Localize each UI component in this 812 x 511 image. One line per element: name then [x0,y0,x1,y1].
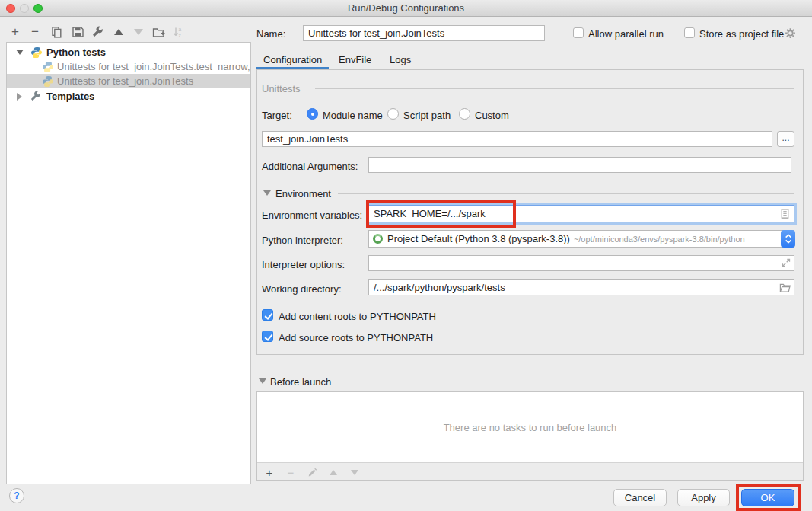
add-configuration-icon[interactable]: + [8,24,23,40]
python-test-icon [42,61,54,73]
copy-configuration-icon[interactable] [49,24,64,40]
tasks-empty-area: There are no tasks to run before launch [257,392,803,463]
tab-configuration[interactable]: Configuration [263,54,322,68]
additional-arguments-label: Additional Arguments: [262,161,358,172]
browse-target-button[interactable]: ... [777,131,794,147]
radio-module-name[interactable] [307,108,318,120]
environment-variables-input[interactable] [368,205,794,222]
add-content-roots-label: Add content roots to PYTHONPATH [279,311,436,322]
move-task-up-icon [327,466,339,478]
interpreter-dropdown-stepper[interactable] [781,230,795,248]
expand-arrow-icon[interactable] [16,50,24,55]
interpreter-options-input[interactable] [368,255,794,271]
store-as-project-file-checkbox[interactable] [684,27,695,38]
environment-variables-label: Environment variables: [262,209,362,221]
templates-wrench-icon [30,91,42,103]
tab-logs[interactable]: Logs [390,54,411,68]
before-launch-toolbar: + − [257,464,803,481]
tree-item-templates[interactable]: Templates [7,89,250,104]
allow-parallel-run-label: Allow parallel run [588,28,664,40]
no-tasks-message: There are no tasks to run before launch [444,422,617,433]
tree-item-label: Python tests [46,46,106,58]
unittests-group-label: Unittests [262,83,301,94]
configurations-tree: Python tests Unittests for test_join.Joi… [6,42,251,484]
python-interpreter-path: ~/opt/miniconda3/envs/pyspark-3.8/bin/py… [574,235,745,244]
tree-item-label: Templates [46,91,94,102]
store-as-project-file-label: Store as project file [699,28,784,40]
tree-item-unittest-narrow[interactable]: Unittests for test_join.JoinTests.test_n… [7,59,250,74]
help-button[interactable]: ? [9,488,24,503]
section-divider [336,382,804,382]
move-down-icon [131,24,146,40]
remove-configuration-icon[interactable]: − [27,24,43,40]
move-up-icon[interactable] [111,24,126,40]
python-interpreter-select[interactable]: Project Default (Python 3.8 (pyspark-3.8… [368,230,794,248]
radio-module-name-label[interactable]: Module name [323,110,383,121]
add-task-icon[interactable]: + [263,466,275,478]
before-launch-section-arrow-icon[interactable] [259,378,266,384]
save-configuration-icon[interactable] [70,24,85,40]
environment-section-arrow-icon[interactable] [263,190,271,196]
working-directory-input[interactable] [368,279,794,295]
remove-task-icon: − [285,466,297,478]
sort-alphabetically-icon: az [170,24,186,40]
name-label: Name: [256,28,285,40]
add-source-roots-checkbox[interactable] [262,331,273,342]
gear-icon[interactable] [784,27,797,40]
window-title: Run/Debug Configurations [0,0,812,16]
tree-item-python-tests[interactable]: Python tests [7,45,250,59]
group-divider [315,88,794,89]
tree-item-unittest-jointests[interactable]: Unittests for test_join.JoinTests [7,74,250,88]
environment-section-label: Environment [275,188,331,200]
python-interpreter-value: Project Default (Python 3.8 (pyspark-3.8… [387,233,570,244]
tab-envfile[interactable]: EnvFile [339,54,371,68]
apply-button[interactable]: Apply [677,489,730,506]
edit-task-icon [306,466,318,478]
radio-custom-label[interactable]: Custom [475,110,509,121]
interpreter-options-label: Interpreter options: [262,259,345,270]
title-bar: Run/Debug Configurations [0,0,812,17]
additional-arguments-input[interactable] [368,157,791,173]
tree-item-label: Unittests for test_join.JoinTests.test_n… [57,61,250,72]
collapse-arrow-icon[interactable] [17,93,22,101]
python-interpreter-label: Python interpreter: [262,235,343,246]
radio-custom[interactable] [459,108,470,120]
working-directory-label: Working directory: [262,283,342,295]
edit-templates-icon[interactable] [90,24,105,40]
before-launch-tasks-panel: There are no tasks to run before launch … [256,391,804,481]
section-divider [338,193,794,194]
python-test-icon [42,75,54,88]
edit-variables-icon[interactable] [779,208,791,219]
minimize-window-button [20,4,29,13]
cancel-button[interactable]: Cancel [613,489,667,506]
tree-item-label: Unittests for test_join.JoinTests [57,75,193,87]
radio-script-path-label[interactable]: Script path [403,110,451,121]
zoom-window-button[interactable] [33,4,43,13]
new-folder-icon[interactable] [151,24,166,40]
name-input[interactable] [303,25,545,41]
svg-text:z: z [179,33,181,38]
target-label: Target: [262,110,292,121]
close-window-button[interactable] [6,4,15,13]
add-content-roots-checkbox[interactable] [262,309,273,321]
target-input[interactable] [262,131,772,147]
add-source-roots-label: Add source roots to PYTHONPATH [279,332,433,343]
allow-parallel-run-checkbox[interactable] [573,27,584,38]
python-tests-icon [30,46,43,59]
expand-field-icon[interactable] [781,257,791,268]
before-launch-section-label: Before launch [270,376,331,388]
move-task-down-icon [349,466,361,478]
radio-script-path[interactable] [387,108,399,120]
browse-folder-icon[interactable] [779,282,791,293]
ok-button[interactable]: OK [741,489,794,506]
svg-text:a: a [179,27,182,32]
conda-environment-icon [373,234,383,244]
